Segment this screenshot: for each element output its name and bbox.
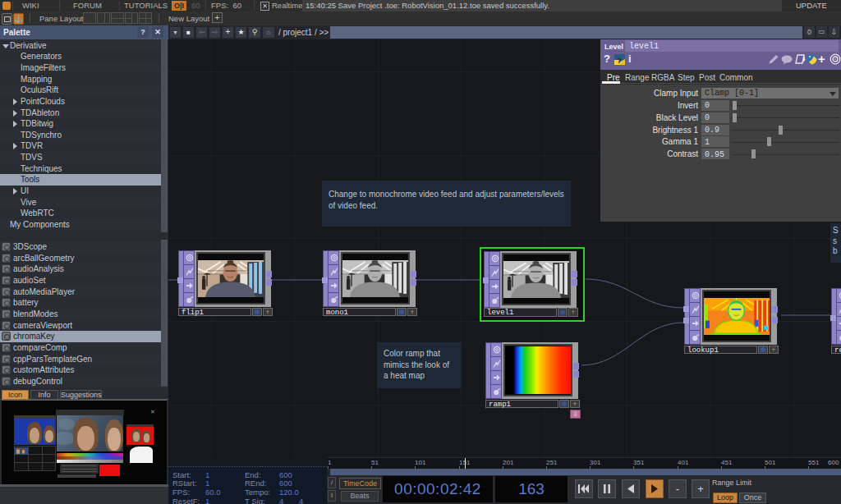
svg-text:?: ? (617, 57, 622, 65)
